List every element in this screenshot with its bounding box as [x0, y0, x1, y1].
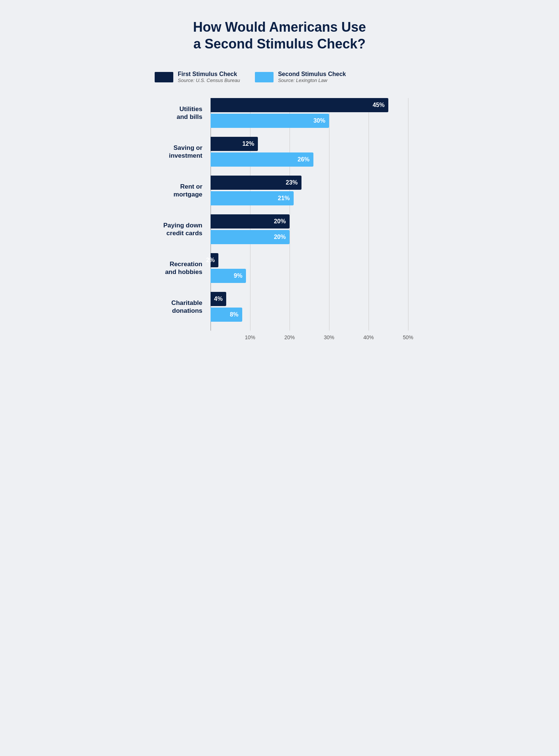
bar-row-second-5: 8% [211, 308, 408, 322]
bar-label-first-5: 4% [214, 296, 222, 302]
bar-row-second-1: 26% [211, 152, 408, 167]
bar-row-second-0: 30% [211, 114, 408, 128]
legend-color-first [155, 72, 173, 82]
bar-first-1: 12% [211, 137, 258, 151]
legend-source-first: Source: U.S. Census Bureau [178, 78, 240, 83]
legend-color-second [255, 72, 274, 82]
x-tick-3: 40% [363, 334, 374, 340]
bar-label-first-2: 23% [286, 179, 298, 186]
y-label-5: Charitable donations [151, 292, 207, 331]
bar-label-second-1: 26% [298, 156, 310, 163]
bar-first-0: 45% [211, 98, 388, 112]
bar-group-0: 45%30% [211, 98, 408, 128]
bar-second-4: 9% [211, 269, 246, 283]
legend-title-second: Second Stimulus Check [278, 71, 346, 78]
y-label-4: Recreation and hobbies [151, 253, 207, 292]
bar-second-1: 26% [211, 152, 313, 167]
bar-group-2: 23%21% [211, 176, 408, 205]
bar-label-first-0: 45% [373, 102, 385, 108]
chart-area: Utilities and billsSaving or investmentR… [151, 98, 408, 343]
bar-row-first-2: 23% [211, 176, 408, 190]
x-tick-1: 20% [284, 334, 295, 340]
bar-second-3: 20% [211, 230, 290, 244]
bar-section: 45%30%12%26%23%21%20%20%2%9%4%8% 10%20%3… [211, 98, 408, 343]
bar-group-4: 2%9% [211, 253, 408, 283]
bar-second-0: 30% [211, 114, 329, 128]
legend-source-second: Source: Lexington Law [278, 78, 346, 83]
legend-title-first: First Stimulus Check [178, 71, 240, 78]
bar-first-5: 4% [211, 292, 226, 306]
bar-row-first-5: 4% [211, 292, 408, 306]
y-labels: Utilities and billsSaving or investmentR… [151, 98, 211, 343]
bar-label-first-1: 12% [242, 141, 254, 147]
y-label-3: Paying down credit cards [151, 214, 207, 253]
bar-row-first-0: 45% [211, 98, 408, 112]
grid-line-4 [408, 98, 408, 331]
bar-second-2: 21% [211, 191, 294, 205]
y-label-2: Rent or mortgage [151, 176, 207, 214]
bar-row-first-3: 20% [211, 214, 408, 229]
bar-group-3: 20%20% [211, 214, 408, 244]
bar-row-first-1: 12% [211, 137, 408, 151]
bar-label-first-3: 20% [274, 218, 286, 225]
bar-second-5: 8% [211, 308, 242, 322]
y-label-1: Saving or investment [151, 137, 207, 176]
bar-row-second-3: 20% [211, 230, 408, 244]
bar-row-second-4: 9% [211, 269, 408, 283]
y-label-0: Utilities and bills [151, 98, 207, 137]
bars-container: 45%30%12%26%23%21%20%20%2%9%4%8% [211, 98, 408, 331]
legend-item-second: Second Stimulus Check Source: Lexington … [255, 71, 346, 83]
bar-label-second-0: 30% [313, 117, 325, 124]
x-tick-4: 50% [403, 334, 413, 340]
bar-row-second-2: 21% [211, 191, 408, 205]
x-tick-2: 30% [324, 334, 334, 340]
bar-label-second-5: 8% [230, 311, 239, 318]
bar-label-first-4: 2% [206, 257, 215, 264]
bar-row-first-4: 2% [211, 253, 408, 267]
page-title: How Would Americans Use a Second Stimulu… [151, 15, 408, 56]
bar-label-second-4: 9% [234, 273, 242, 279]
bar-group-1: 12%26% [211, 137, 408, 167]
bar-first-3: 20% [211, 214, 290, 229]
bar-label-second-3: 20% [274, 234, 286, 240]
x-tick-0: 10% [245, 334, 255, 340]
legend-item-first: First Stimulus Check Source: U.S. Census… [155, 71, 240, 83]
legend: First Stimulus Check Source: U.S. Census… [151, 71, 408, 83]
bar-first-4: 2% [211, 253, 218, 267]
bar-group-5: 4%8% [211, 292, 408, 322]
x-axis: 10%20%30%40%50% [211, 332, 408, 343]
bar-first-2: 23% [211, 176, 301, 190]
page: How Would Americans Use a Second Stimulu… [140, 0, 419, 366]
bar-label-second-2: 21% [278, 195, 290, 202]
